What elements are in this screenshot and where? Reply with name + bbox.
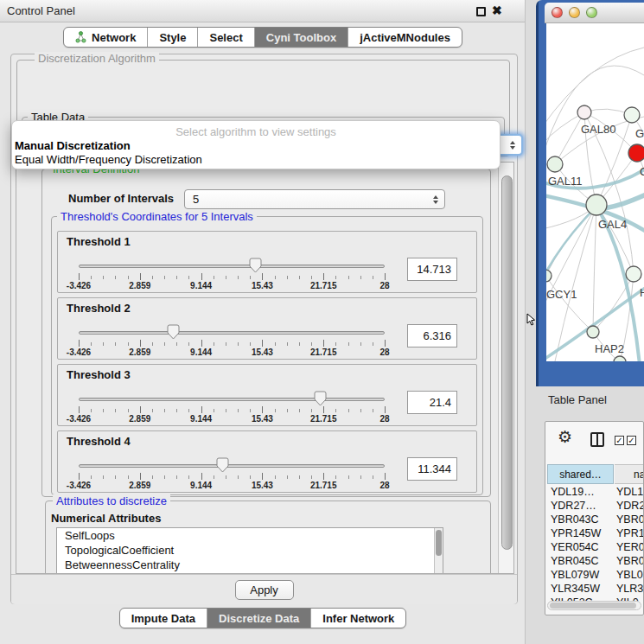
cell-shared-name[interactable]: YER054C (551, 541, 613, 553)
tab-jactivemnodules[interactable]: jActiveMNodules (348, 28, 462, 47)
settings-vertical-scrollbar[interactable] (498, 163, 514, 574)
attribute-item-topologicalcoefficient[interactable]: TopologicalCoefficient (57, 543, 443, 558)
table-horizontal-scrollbar-thumb[interactable] (550, 603, 636, 609)
table-row[interactable]: YBR045CYBR0 (547, 554, 644, 568)
table-row[interactable]: YPR145WYPR1 (547, 526, 644, 540)
cell-name[interactable]: YLR3 (616, 583, 643, 595)
interval-definition-group: Interval Definition Number of Intervals … (41, 169, 491, 497)
threshold-3-slider-track[interactable] (79, 398, 385, 401)
mac-close-button[interactable] (552, 7, 563, 18)
cell-shared-name[interactable]: YBR045C (551, 555, 613, 567)
network-canvas[interactable]: GAL80G.CGAL11GAL4GCY1HHAP2 (546, 23, 644, 361)
network-node-label: GAL11 (548, 175, 583, 188)
network-node-gal11[interactable] (547, 156, 563, 172)
attributes-list-scrollbar-thumb[interactable] (436, 530, 442, 556)
thresholds-group: Threshold's Coordinates for 5 Intervals … (51, 216, 483, 495)
network-edge (584, 112, 634, 274)
algorithm-option-manual-discretization[interactable]: Manual Discretization (15, 139, 131, 152)
network-node-c[interactable] (628, 144, 644, 162)
threshold-1-value-field[interactable]: 14.713 (407, 258, 457, 281)
network-node-g[interactable] (624, 107, 640, 123)
network-node-label: C (640, 165, 644, 178)
cell-name[interactable]: YDR2 (616, 500, 644, 512)
threshold-1-slider-thumb[interactable] (249, 258, 262, 273)
cell-name[interactable]: YBR0 (616, 513, 644, 526)
float-panel-icon[interactable] (476, 7, 486, 16)
threshold-2-value-field[interactable]: 6.316 (407, 324, 457, 348)
cell-name[interactable]: YPR1 (616, 527, 644, 539)
cell-shared-name[interactable]: YBL079W (551, 569, 613, 581)
network-node-unlabeled[interactable] (614, 356, 626, 361)
tab-select[interactable]: Select (197, 28, 253, 47)
settings-vertical-scrollbar-thumb[interactable] (501, 175, 513, 550)
bottom-tab-infer-network[interactable]: Infer Network (310, 609, 405, 628)
mac-zoom-button[interactable] (586, 7, 597, 18)
threshold-2-slider-thumb[interactable] (167, 324, 180, 340)
bottom-tab-label: Discretize Data (219, 612, 299, 625)
network-node-gal4[interactable] (586, 194, 607, 215)
apply-button[interactable]: Apply (235, 580, 294, 600)
cyni-toolbox-content: Discretization Algorithm Select algorith… (10, 54, 518, 604)
slider-axis-labels: -3.4262.8599.14415.4321.71528 (79, 414, 385, 424)
network-icon (75, 31, 86, 43)
bottom-tab-impute-data[interactable]: Impute Data (120, 609, 207, 628)
close-icon[interactable]: ✖ (492, 3, 502, 17)
bottom-tab-discretize-data[interactable]: Discretize Data (207, 609, 310, 628)
gear-icon[interactable]: ⚙ (558, 429, 572, 445)
cell-name[interactable]: YER0 (616, 541, 644, 553)
cell-shared-name[interactable]: YPR145W (551, 527, 613, 539)
checkbox-icon[interactable]: ✓ (627, 436, 636, 445)
mac-minimize-button[interactable] (569, 7, 580, 18)
cell-name[interactable]: YBR0 (616, 555, 644, 567)
attributes-group: Attributes to discretize Numerical Attri… (45, 501, 491, 574)
threshold-1-slider-track[interactable] (79, 265, 385, 268)
table-horizontal-scrollbar[interactable] (547, 601, 641, 610)
cell-shared-name[interactable]: YLR345W (551, 583, 613, 595)
slider-ticks (79, 340, 385, 348)
table-row[interactable]: YDR27…YDR2 (547, 499, 644, 513)
network-window-titlebar (545, 3, 644, 23)
table-row[interactable]: YLR345WYLR3 (547, 582, 644, 596)
number-of-intervals-combobox[interactable]: 5 (184, 189, 445, 209)
threshold-2-slider-track[interactable] (79, 331, 385, 335)
checkbox-icon[interactable]: ✓ (615, 436, 624, 445)
attribute-item-selfloops[interactable]: SelfLoops (57, 528, 443, 543)
tab-network[interactable]: Network (64, 28, 147, 47)
table-row[interactable]: YBR043CYBR0 (547, 513, 644, 526)
cell-shared-name[interactable]: YDR27… (551, 500, 613, 512)
cell-name[interactable]: YDL1 (616, 486, 643, 498)
network-node-hap2[interactable] (587, 326, 599, 338)
control-panel-title: Control Panel (7, 4, 75, 17)
number-of-intervals-value: 5 (193, 193, 199, 206)
algorithm-option-equal-width-frequency-discretization[interactable]: Equal Width/Frequency Discretization (15, 153, 202, 166)
attributes-list-scrollbar[interactable] (434, 528, 443, 574)
tab-label: Style (159, 31, 186, 44)
columns-icon[interactable] (590, 432, 604, 447)
cell-name[interactable]: YBL0 (616, 569, 643, 581)
bottom-tab-label: Infer Network (322, 612, 394, 625)
column-header-shared-name[interactable]: shared… (547, 464, 614, 484)
tab-style[interactable]: Style (147, 28, 197, 47)
threshold-3-value-field[interactable]: 21.4 (407, 391, 457, 414)
column-header-name[interactable]: na (615, 464, 644, 484)
threshold-4-slider-track[interactable] (79, 464, 385, 468)
cell-shared-name[interactable]: YDL19… (551, 486, 613, 498)
attribute-item-betweennesscentrality[interactable]: BetweennessCentrality (57, 558, 443, 572)
tab-cyni-toolbox[interactable]: Cyni Toolbox (254, 28, 348, 47)
network-node-gal80[interactable] (577, 105, 591, 119)
threshold-4-slider-thumb[interactable] (216, 457, 229, 473)
table-row[interactable]: YER054CYER0 (547, 540, 644, 554)
discretization-algorithm-label: Discretization Algorithm (35, 52, 159, 65)
table-row[interactable]: YBL079WYBL0 (547, 568, 644, 582)
slider-ticks (79, 273, 385, 281)
threshold-3-slider-thumb[interactable] (314, 391, 327, 406)
slider-axis-labels: -3.4262.8599.14415.4321.71528 (79, 481, 385, 491)
threshold-4-value-field[interactable]: 11.344 (407, 457, 457, 481)
network-node-label: GCY1 (546, 288, 577, 301)
network-edge (593, 205, 596, 332)
tab-label: jActiveMNodules (360, 31, 450, 44)
cell-shared-name[interactable]: YBR043C (551, 513, 613, 526)
network-node-h[interactable] (626, 266, 641, 282)
table-row[interactable]: YDL19…YDL1 (547, 485, 644, 499)
network-node-gcy1[interactable] (546, 270, 552, 282)
